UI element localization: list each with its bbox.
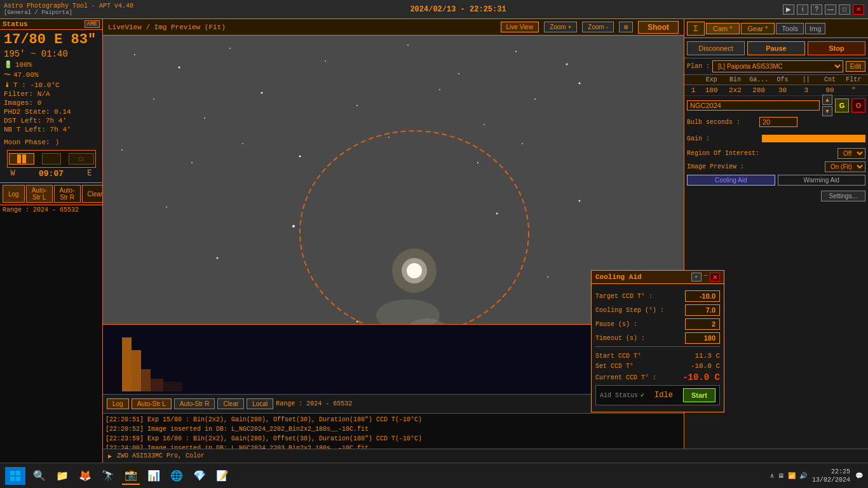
maximize-btn[interactable]: □	[839, 4, 850, 15]
filter-row: Filter: N/A	[4, 90, 98, 98]
autostr-l-tab[interactable]: Auto-Str L	[26, 185, 53, 203]
aid-status-label: Aid Status ✓	[600, 391, 644, 399]
temp-row: 🌡 T : -10.0°C	[4, 81, 98, 89]
temp-val: T : -10.0°C	[13, 81, 60, 89]
plan-select[interactable]: [L] Paiporta ASI533MC	[712, 60, 843, 72]
bulb-row: Bulb seconds :	[687, 115, 865, 129]
roi-select[interactable]: Off	[837, 148, 865, 159]
svg-point-1	[134, 54, 135, 55]
svg-point-26	[392, 248, 437, 293]
shoot-btn[interactable]: Shoot	[638, 21, 679, 34]
live-view-btn[interactable]: Live View	[501, 22, 539, 32]
camera-status: ZWO ASI533MC Pro, Color	[117, 452, 205, 459]
svg-point-9	[153, 98, 154, 100]
svg-point-20	[299, 156, 301, 158]
cam-toolbar: Σ Cam * Gear * Tools Img	[684, 19, 868, 38]
taskbar-task5[interactable]: 📊	[145, 467, 163, 485]
table-row: 1 180 2x2 280 30 3 80 "	[684, 85, 868, 96]
timeout-input[interactable]	[685, 332, 720, 344]
pause-btn[interactable]: Pause	[747, 41, 805, 55]
svg-point-19	[242, 143, 243, 144]
svg-point-30	[356, 321, 358, 323]
east-label: E	[87, 169, 92, 179]
target-ccd-input[interactable]	[685, 290, 720, 302]
autostr-r-tab[interactable]: Auto-Str R	[54, 185, 81, 203]
taskbar-apt[interactable]: 📸	[122, 467, 140, 485]
svg-point-14	[484, 124, 485, 125]
cam-tab[interactable]: Cam *	[706, 23, 740, 34]
svg-rect-47	[10, 471, 15, 475]
stop-btn[interactable]: Stop	[808, 41, 865, 55]
arrow-up[interactable]: ▲	[822, 95, 832, 105]
left-indicator	[9, 153, 34, 165]
autostr-l-btn[interactable]: Auto-Str L	[132, 398, 172, 409]
sigma-btn[interactable]: Σ	[687, 22, 705, 36]
zoom-out-btn[interactable]: Zoom -	[582, 22, 614, 32]
taskbar-task7[interactable]: 📝	[214, 467, 231, 485]
row-gain: 280	[747, 86, 771, 94]
preview-select[interactable]: On (Fit)	[825, 161, 865, 172]
taskbar-telescope[interactable]: 🔭	[99, 467, 117, 485]
target-btn[interactable]: ⊕	[619, 22, 633, 32]
taskbar-files[interactable]: 📁	[53, 467, 71, 485]
info-btn[interactable]: i	[797, 4, 808, 15]
img-tab[interactable]: Img	[805, 23, 825, 34]
cooling-start-btn[interactable]: Start	[683, 388, 715, 402]
cooling-aid-btn[interactable]: Cooling Aid	[687, 175, 775, 186]
start-button[interactable]	[5, 467, 25, 485]
autostr-r-btn[interactable]: Auto-Str R	[174, 398, 215, 409]
log-btn[interactable]: Log	[107, 398, 129, 409]
svg-point-3	[229, 48, 231, 49]
range-info: Range : 2024 - 65532	[276, 400, 352, 407]
object-input[interactable]	[687, 100, 820, 111]
cooling-dialog-header: Cooling Aid + — ✕	[592, 271, 724, 284]
battery-row: 🔋 100%	[4, 60, 98, 69]
images-row: Images: 0	[4, 99, 98, 107]
bulb-label: Bulb seconds :	[687, 119, 757, 126]
warming-aid-btn[interactable]: Warming Aid	[778, 175, 866, 186]
roi-row: Region Of Interest: Off	[687, 148, 865, 159]
clear-tab[interactable]: Clear	[82, 185, 103, 203]
set-ccd-val: -10.0 C	[685, 362, 720, 370]
taskbar: 🔍 📁 🦊 🔭 📸 📊 🌐 💎 📝 ∧ 🖥 📶 🔊 22:25 13/02/20…	[0, 463, 868, 488]
plan-label: Plan :	[687, 63, 710, 70]
open-btn[interactable]: O	[851, 98, 865, 112]
taskbar-code[interactable]: 💎	[191, 467, 208, 485]
taskbar-chrome[interactable]: 🌐	[168, 467, 186, 485]
taskbar-firefox[interactable]: 🦊	[76, 467, 94, 485]
compass-time: 09:07	[39, 169, 64, 179]
notification-icon[interactable]: 💬	[855, 472, 863, 480]
right-panel: Σ Cam * Gear * Tools Img Disconnect Paus…	[684, 19, 868, 488]
bulb-input[interactable]	[759, 117, 797, 127]
noise-row: 〜 47.00%	[4, 70, 98, 79]
range-display: Range : 2024 - 65532	[0, 205, 102, 215]
svg-point-10	[204, 118, 205, 119]
mid-indicator	[42, 153, 61, 165]
local-btn[interactable]: Local	[247, 398, 273, 409]
gear-tab[interactable]: Gear *	[741, 23, 775, 34]
zoom-in-btn[interactable]: Zoom +	[544, 22, 577, 32]
nbt-row: NB T Left: 7h 4'	[4, 126, 98, 133]
dialog-close-btn[interactable]: ✕	[710, 273, 720, 281]
cooling-step-input[interactable]	[685, 304, 720, 316]
dialog-pin-btn[interactable]: +	[691, 273, 702, 281]
status-content: 17/80 E 83" 195' ~ 01:40 🔋 100% 〜 47.00%…	[0, 30, 102, 137]
row-fltr: "	[842, 86, 865, 94]
start-ccd-val: 11.3 C	[685, 352, 720, 360]
pause-input[interactable]	[685, 318, 720, 330]
taskbar-search[interactable]: 🔍	[31, 467, 48, 485]
expand-icon: ▶	[108, 452, 112, 460]
log-tab[interactable]: Log	[3, 185, 25, 203]
settings-btn[interactable]: Settings...	[821, 191, 865, 201]
clear-btn[interactable]: Clear	[217, 398, 244, 409]
help-btn[interactable]: ?	[811, 4, 822, 15]
go-btn[interactable]: G	[835, 98, 849, 112]
log-line-3: [22:23:59] Exp 16/80 : Bin(2x2), Gain(28…	[105, 434, 681, 444]
disconnect-btn[interactable]: Disconnect	[687, 41, 745, 55]
play-btn[interactable]: ▶	[783, 4, 794, 15]
datetime-display: 2024/02/13 - 22:25:31	[410, 5, 506, 14]
edit-btn[interactable]: Edit	[846, 61, 865, 72]
close-btn[interactable]: ✕	[853, 4, 864, 15]
tools-tab[interactable]: Tools	[776, 23, 804, 34]
minimize-btn[interactable]: —	[825, 4, 836, 15]
